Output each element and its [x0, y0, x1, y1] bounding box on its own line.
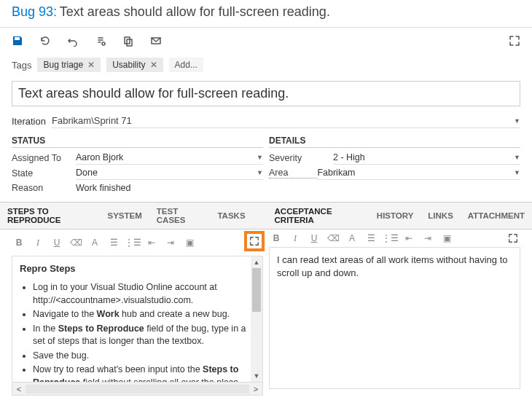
tab-steps-to-reproduce[interactable]: STEPS TO REPRODUCE — [0, 203, 101, 229]
area-label: Area — [269, 168, 317, 178]
area-dropdown[interactable]: Fabrikam▼ — [317, 166, 520, 180]
strike-icon[interactable]: ⌫ — [327, 232, 339, 244]
tag-bug-triage[interactable]: Bug triage✕ — [37, 58, 101, 72]
severity-value: 2 - High — [333, 152, 365, 162]
state-dropdown[interactable]: Done▼ — [76, 166, 263, 180]
assigned-to-label: Assigned To — [12, 153, 76, 163]
horizontal-scrollbar[interactable]: < > — [12, 382, 263, 396]
tab-tasks[interactable]: TASKS — [210, 207, 252, 224]
outdent-icon[interactable]: ⇤ — [403, 232, 415, 244]
list-item: Navigate to the Work hub and create a ne… — [33, 308, 255, 321]
scroll-track[interactable] — [26, 385, 249, 393]
italic-icon[interactable]: I — [32, 237, 44, 248]
state-value: Done — [76, 168, 98, 178]
assigned-to-dropdown[interactable]: Aaron Bjork▼ — [76, 151, 263, 165]
bug-title: Text areas should allow for full-screen … — [60, 4, 330, 19]
main-toolbar — [0, 28, 532, 56]
strike-icon[interactable]: ⌫ — [70, 237, 82, 248]
list-item: Now try to read what's been input into t… — [33, 364, 255, 382]
tag-label: Usability — [112, 60, 145, 70]
tab-links[interactable]: LINKS — [420, 207, 461, 224]
ordered-list-icon[interactable]: ☰ — [108, 237, 120, 248]
list-item: Save the bug. — [33, 350, 255, 363]
underline-icon[interactable]: U — [51, 237, 63, 248]
iteration-dropdown[interactable]: Fabrikam\Sprint 71▼ — [52, 114, 520, 128]
scroll-up-icon[interactable]: ▲ — [251, 256, 262, 268]
refresh-icon[interactable] — [39, 35, 51, 49]
iteration-label: Iteration — [12, 116, 46, 127]
scroll-right-icon[interactable]: > — [249, 385, 262, 393]
title-input[interactable]: Text areas should allow for full-screen … — [12, 81, 520, 106]
area-value: Fabrikam — [317, 168, 355, 178]
repro-steps-editor[interactable]: Repro Steps Log in to your Visual Studio… — [12, 256, 263, 382]
tag-usability[interactable]: Usability✕ — [106, 58, 163, 72]
indent-icon[interactable]: ⇥ — [165, 237, 176, 248]
list-item: Log in to your Visual Studio Online acco… — [33, 281, 255, 307]
acceptance-text: I can read text areas of all work items … — [277, 254, 508, 278]
undo-icon[interactable] — [67, 35, 79, 49]
severity-label: Severity — [269, 153, 333, 163]
severity-dropdown[interactable]: 2 - High▼ — [333, 151, 520, 165]
ordered-list-icon[interactable]: ☰ — [365, 232, 377, 244]
tag-label: Bug triage — [43, 60, 83, 70]
tab-test-cases[interactable]: TEST CASES — [149, 203, 211, 229]
font-color-icon[interactable]: A — [89, 237, 101, 248]
underline-icon[interactable]: U — [308, 232, 320, 244]
italic-icon[interactable]: I — [289, 232, 301, 244]
details-heading: DETAILS — [269, 131, 520, 148]
unordered-list-icon[interactable]: ⋮☰ — [127, 237, 138, 248]
editor-toolbar-left: B I U ⌫ A ☰ ⋮☰ ⇤ ⇥ ▣ — [12, 229, 263, 256]
chevron-down-icon: ▼ — [514, 117, 520, 125]
acceptance-criteria-editor[interactable]: I can read text areas of all work items … — [269, 247, 520, 389]
assign-icon[interactable] — [95, 35, 106, 49]
unordered-list-icon[interactable]: ⋮☰ — [384, 232, 396, 244]
save-icon[interactable] — [12, 35, 23, 49]
tags-label: Tags — [12, 60, 31, 71]
repro-heading: Repro Steps — [20, 262, 255, 275]
reason-value: Work finished — [76, 181, 263, 195]
svg-point-0 — [102, 42, 105, 45]
highlighted-fullscreen-button — [244, 231, 265, 251]
image-icon[interactable]: ▣ — [441, 232, 453, 244]
list-item: In the Steps to Reproduce field of the b… — [33, 323, 255, 348]
font-color-icon[interactable]: A — [346, 232, 358, 244]
expand-icon[interactable] — [507, 232, 519, 244]
state-label: State — [12, 168, 76, 178]
tab-attachment[interactable]: ATTACHMENT — [461, 207, 532, 224]
expand-icon[interactable] — [249, 235, 260, 247]
indent-icon[interactable]: ⇥ — [422, 232, 434, 244]
image-icon[interactable]: ▣ — [184, 237, 195, 248]
add-tag-button[interactable]: Add... — [169, 58, 203, 72]
chevron-down-icon: ▼ — [257, 169, 263, 176]
bold-icon[interactable]: B — [270, 232, 282, 244]
bug-id-link[interactable]: Bug 93: — [12, 4, 57, 19]
status-heading: STATUS — [12, 131, 263, 148]
copy-icon[interactable] — [122, 35, 134, 49]
chevron-down-icon: ▼ — [514, 169, 520, 176]
tab-system[interactable]: SYSTEM — [101, 207, 149, 224]
tab-history[interactable]: HISTORY — [369, 207, 420, 224]
iteration-value: Fabrikam\Sprint 71 — [52, 115, 132, 126]
scroll-thumb[interactable] — [252, 268, 261, 312]
email-icon[interactable] — [150, 35, 162, 49]
bold-icon[interactable]: B — [13, 237, 25, 248]
editor-toolbar-right: B I U ⌫ A ☰ ⋮☰ ⇤ ⇥ ▣ — [269, 229, 520, 247]
fullscreen-icon[interactable] — [509, 35, 520, 49]
scroll-left-icon[interactable]: < — [12, 385, 26, 393]
scroll-down-icon[interactable]: ▼ — [251, 370, 262, 382]
assigned-to-value: Aaron Bjork — [76, 152, 123, 162]
outdent-icon[interactable]: ⇤ — [146, 237, 157, 248]
remove-tag-icon[interactable]: ✕ — [87, 60, 95, 70]
remove-tag-icon[interactable]: ✕ — [150, 60, 157, 70]
chevron-down-icon: ▼ — [257, 154, 263, 161]
tab-acceptance-criteria[interactable]: ACCEPTANCE CRITERIA — [267, 203, 369, 229]
chevron-down-icon: ▼ — [514, 154, 520, 161]
reason-label: Reason — [12, 183, 76, 193]
vertical-scrollbar[interactable]: ▲ ▼ — [251, 256, 262, 382]
